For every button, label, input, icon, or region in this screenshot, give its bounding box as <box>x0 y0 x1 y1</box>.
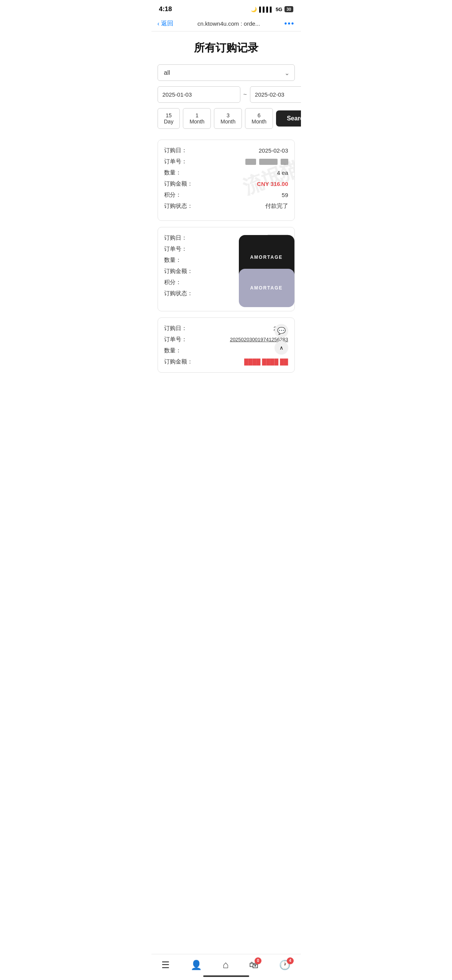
signal-icon: ▌▌▌▌ <box>259 7 273 12</box>
back-label: 返回 <box>161 20 173 28</box>
amount-label-2: 订购金额： <box>164 268 193 275</box>
history-badge: 4 <box>287 957 294 964</box>
battery-icon: 30 <box>284 6 293 12</box>
home-icon: ⌂ <box>223 959 229 971</box>
order-card-2: 订购日： 2025-0█████ 订单号： 2 数量： 订购金额： CNY 积分… <box>158 227 295 311</box>
order-number-label-1: 订单号： <box>164 158 187 165</box>
end-date-input[interactable] <box>250 86 301 103</box>
status-bar: 4:18 🌙 ▌▌▌▌ 5G 30 <box>151 0 301 16</box>
nav-menu[interactable]: ☰ <box>161 960 170 970</box>
quantity-value-1: 4 ea <box>277 169 288 176</box>
chat-icon-button[interactable]: 💬 <box>274 324 288 338</box>
filter-3month-button[interactable]: 3 Month <box>214 108 242 129</box>
order-row-amount-1: 订购金额： CNY 316.00 <box>164 180 288 187</box>
url-bar[interactable]: cn.ktown4u.com : orde... <box>177 20 281 27</box>
points-value-1: 59 <box>282 192 288 198</box>
quantity-label-3: 数量： <box>164 347 181 354</box>
points-label-2: 积分： <box>164 279 181 286</box>
purchase-date-label-3: 订购日： <box>164 325 187 332</box>
order-number-redacted-1 <box>245 159 288 165</box>
order-card-1: 订购日： 2025-02-03 订单号： 数量： 4 ea 订购金额： CNY … <box>158 140 295 221</box>
points-label-1: 积分： <box>164 191 181 199</box>
amount-label-3: 订购金额： <box>164 358 193 365</box>
more-button[interactable]: ••• <box>284 19 294 28</box>
amount-value-3: ████ ████ ██ <box>244 358 288 365</box>
purchase-date-value-1: 2025-02-03 <box>259 147 288 154</box>
order-row-quantity-3: 数量： <box>164 347 288 354</box>
back-chevron-icon: ‹ <box>158 20 159 27</box>
order-row-amount-3: 订购金额： ████ ████ ██ <box>164 358 288 365</box>
redacted-block-1 <box>245 159 256 165</box>
date-range: ~ <box>158 86 295 103</box>
home-indicator <box>203 975 249 977</box>
redacted-block-3 <box>281 159 288 165</box>
order-row-date-1: 订购日： 2025-02-03 <box>164 147 288 154</box>
order-row-quantity-1: 数量： 4 ea <box>164 169 288 176</box>
filter-15day-button[interactable]: 15 Day <box>158 108 180 129</box>
card-icons-3: 💬 ∧ <box>274 324 288 355</box>
start-date-input[interactable] <box>158 86 240 103</box>
filter-6month-button[interactable]: 6 Month <box>245 108 273 129</box>
search-button[interactable]: Search <box>276 110 301 127</box>
filter-select[interactable]: all <box>158 64 295 81</box>
quick-filters: 15 Day 1 Month 3 Month 6 Month Search <box>158 108 295 129</box>
nav-cart[interactable]: 🛍 0 <box>249 960 258 970</box>
purchase-date-label-1: 订购日： <box>164 147 187 154</box>
collapse-icon-button[interactable]: ∧ <box>274 341 288 355</box>
nav-history[interactable]: 🕐 4 <box>279 960 291 970</box>
quantity-label-2: 数量： <box>164 257 181 264</box>
moon-icon: 🌙 <box>251 7 257 12</box>
nav-home[interactable]: ⌂ <box>223 959 229 971</box>
order-row-status-1: 订购状态： 付款完了 <box>164 202 288 210</box>
status-time: 4:18 <box>159 5 172 13</box>
order-number-label-2: 订单号： <box>164 245 187 253</box>
order-row-points-1: 积分： 59 <box>164 191 288 199</box>
status-label-1: 订购状态： <box>164 202 193 210</box>
back-button[interactable]: ‹ 返回 <box>158 20 173 28</box>
redacted-block-2 <box>259 159 278 165</box>
user-icon: 👤 <box>191 960 202 970</box>
status-label-2: 订购状态： <box>164 290 193 297</box>
order-row-date-3: 订购日： 2025- <box>164 325 288 332</box>
purchase-date-label-2: 订购日： <box>164 234 187 242</box>
network-label: 5G <box>276 7 282 12</box>
order-row-number-3: 订单号： 202502030019741256283 <box>164 336 288 343</box>
quantity-label-1: 数量： <box>164 169 181 176</box>
order-number-label-3: 订单号： <box>164 336 187 343</box>
menu-icon: ☰ <box>161 960 170 970</box>
page-title: 所有订购记录 <box>158 41 295 55</box>
filter-select-wrapper: all ⌄ <box>158 64 295 81</box>
status-icons: 🌙 ▌▌▌▌ 5G 30 <box>251 6 293 12</box>
amount-value-1: CNY 316.00 <box>257 181 288 187</box>
cart-badge: 0 <box>255 957 261 964</box>
page-content: 所有订购记录 all ⌄ ~ 15 Day 1 Month 3 Month 6 … <box>151 31 301 417</box>
order-row-number-1: 订单号： <box>164 158 288 165</box>
brand-block-light: AMORTAGE <box>239 269 294 307</box>
order-card-3: 💬 ∧ 订购日： 2025- 订单号： 20250203001974125628… <box>158 317 295 373</box>
browser-bar: ‹ 返回 cn.ktown4u.com : orde... ••• <box>151 16 301 31</box>
filter-1month-button[interactable]: 1 Month <box>183 108 211 129</box>
date-separator: ~ <box>243 91 247 98</box>
status-value-1: 付款完了 <box>265 202 288 210</box>
nav-user[interactable]: 👤 <box>191 960 202 970</box>
amount-label-1: 订购金额： <box>164 180 193 187</box>
